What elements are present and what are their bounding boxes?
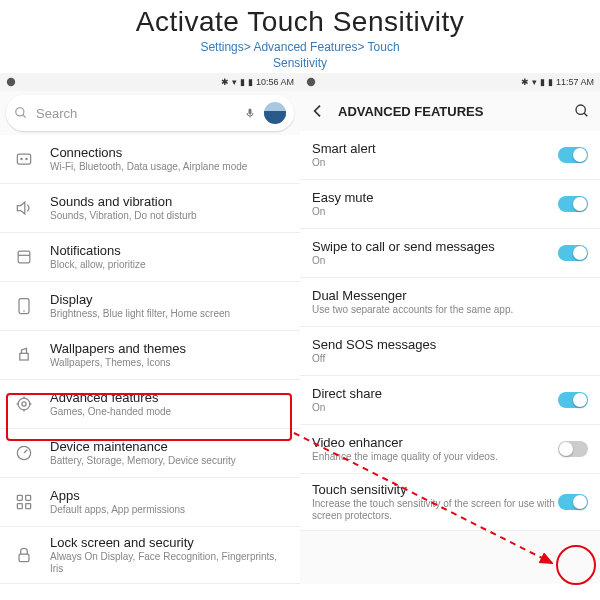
svg-point-12 xyxy=(18,398,30,410)
row-title: Video enhancer xyxy=(312,435,558,450)
row-subtitle: Enhance the image quality of your videos… xyxy=(312,451,558,463)
row-title: Apps xyxy=(50,488,288,503)
settings-row-advanced[interactable]: Advanced featuresGames, One-handed mode xyxy=(0,380,300,429)
row-title: Lock screen and security xyxy=(50,535,288,550)
row-subtitle: Block, allow, prioritize xyxy=(50,259,288,271)
settings-row-sound[interactable]: Sounds and vibrationSounds, Vibration, D… xyxy=(0,184,300,233)
svg-point-10 xyxy=(23,310,25,312)
toggle-switch[interactable] xyxy=(558,494,588,510)
svg-rect-19 xyxy=(19,554,29,562)
settings-row-apps[interactable]: AppsDefault apps, App permissions xyxy=(0,478,300,527)
row-subtitle: Wallpapers, Themes, Icons xyxy=(50,357,288,369)
phone-advanced: ✱ ▾ ▮ ▮ 11:57 AM ADVANCED FEATURES Smart… xyxy=(300,73,600,584)
row-title: Direct share xyxy=(312,386,558,401)
row-subtitle: Default apps, App permissions xyxy=(50,504,288,516)
row-title: Sounds and vibration xyxy=(50,194,288,209)
search-bar[interactable]: Search xyxy=(6,95,294,131)
svg-rect-11 xyxy=(20,354,28,361)
sound-icon xyxy=(12,198,36,218)
settings-row-lock[interactable]: Lock screen and securityAlways On Displa… xyxy=(0,527,300,584)
time-text: 11:57 AM xyxy=(556,77,594,87)
reddit-icon xyxy=(306,77,316,87)
search-icon xyxy=(14,106,28,120)
maintenance-icon xyxy=(12,443,36,463)
advanced-row[interactable]: Send SOS messagesOff xyxy=(300,327,600,376)
row-title: Display xyxy=(50,292,288,307)
bluetooth-icon: ✱ xyxy=(221,77,229,87)
advanced-row[interactable]: Swipe to call or send messagesOn xyxy=(300,229,600,278)
row-subtitle: Use two separate accounts for the same a… xyxy=(312,304,588,316)
svg-rect-4 xyxy=(17,154,30,164)
mic-icon[interactable] xyxy=(244,106,256,120)
row-subtitle: Increase the touch sensitivity of the sc… xyxy=(312,498,558,522)
svg-rect-17 xyxy=(17,504,22,509)
row-subtitle: Wi-Fi, Bluetooth, Data usage, Airplane m… xyxy=(50,161,288,173)
row-title: Swipe to call or send messages xyxy=(312,239,558,254)
toggle-switch[interactable] xyxy=(558,441,588,457)
settings-row-wallpaper[interactable]: Wallpapers and themesWallpapers, Themes,… xyxy=(0,331,300,380)
row-subtitle: Battery, Storage, Memory, Device securit… xyxy=(50,455,288,467)
advanced-row[interactable]: Touch sensitivityIncrease the touch sens… xyxy=(300,474,600,531)
advanced-header: ADVANCED FEATURES xyxy=(300,91,600,131)
statusbar-right: ✱ ▾ ▮ ▮ 11:57 AM xyxy=(300,73,600,91)
apps-icon xyxy=(12,492,36,512)
svg-point-1 xyxy=(16,108,24,116)
back-icon[interactable] xyxy=(310,103,326,119)
wallpaper-icon xyxy=(12,345,36,365)
row-subtitle: Games, One-handed mode xyxy=(50,406,288,418)
row-subtitle: Sounds, Vibration, Do not disturb xyxy=(50,210,288,222)
search-input[interactable]: Search xyxy=(36,106,236,121)
svg-point-13 xyxy=(22,402,26,406)
search-icon[interactable] xyxy=(574,103,590,119)
settings-row-notif[interactable]: NotificationsBlock, allow, prioritize xyxy=(0,233,300,282)
row-subtitle: On xyxy=(312,402,558,414)
row-subtitle: Off xyxy=(312,353,588,365)
settings-row-maintenance[interactable]: Device maintenanceBattery, Storage, Memo… xyxy=(0,429,300,478)
avatar[interactable] xyxy=(264,102,286,124)
svg-line-2 xyxy=(23,115,26,118)
page-title: Activate Touch Sensitivity xyxy=(0,6,600,38)
svg-rect-18 xyxy=(26,504,31,509)
advanced-title: ADVANCED FEATURES xyxy=(338,104,562,119)
svg-point-20 xyxy=(307,78,315,86)
page-header: Activate Touch Sensitivity Settings> Adv… xyxy=(0,0,600,73)
connections-icon xyxy=(12,149,36,169)
svg-rect-16 xyxy=(26,496,31,501)
toggle-switch[interactable] xyxy=(558,196,588,212)
row-subtitle: On xyxy=(312,255,558,267)
row-subtitle: Always On Display, Face Recognition, Fin… xyxy=(50,551,288,575)
wifi-icon: ▾ xyxy=(232,77,237,87)
display-icon xyxy=(12,296,36,316)
row-title: Wallpapers and themes xyxy=(50,341,288,356)
advanced-row[interactable]: Smart alertOn xyxy=(300,131,600,180)
lock-icon xyxy=(12,545,36,565)
signal-icon: ▮ xyxy=(540,77,545,87)
svg-rect-3 xyxy=(249,109,252,115)
toggle-switch[interactable] xyxy=(558,245,588,261)
toggle-switch[interactable] xyxy=(558,392,588,408)
svg-point-21 xyxy=(576,105,585,114)
svg-line-22 xyxy=(584,113,587,116)
svg-rect-7 xyxy=(18,251,30,263)
notif-icon xyxy=(12,247,36,267)
svg-point-6 xyxy=(25,158,28,161)
row-title: Send SOS messages xyxy=(312,337,588,352)
settings-row-display[interactable]: DisplayBrightness, Blue light filter, Ho… xyxy=(0,282,300,331)
battery-icon: ▮ xyxy=(548,77,553,87)
settings-list: ConnectionsWi-Fi, Bluetooth, Data usage,… xyxy=(0,135,300,584)
svg-rect-15 xyxy=(17,496,22,501)
advanced-row[interactable]: Video enhancerEnhance the image quality … xyxy=(300,425,600,474)
toggle-switch[interactable] xyxy=(558,147,588,163)
advanced-row[interactable]: Dual MessengerUse two separate accounts … xyxy=(300,278,600,327)
advanced-row[interactable]: Easy muteOn xyxy=(300,180,600,229)
svg-point-5 xyxy=(20,158,23,161)
advanced-row[interactable]: Direct shareOn xyxy=(300,376,600,425)
settings-row-connections[interactable]: ConnectionsWi-Fi, Bluetooth, Data usage,… xyxy=(0,135,300,184)
row-subtitle: Brightness, Blue light filter, Home scre… xyxy=(50,308,288,320)
phone-settings: ✱ ▾ ▮ ▮ 10:56 AM Search ConnectionsWi-Fi… xyxy=(0,73,300,584)
row-title: Connections xyxy=(50,145,288,160)
signal-icon: ▮ xyxy=(240,77,245,87)
reddit-icon xyxy=(6,77,16,87)
row-subtitle: On xyxy=(312,157,558,169)
advanced-icon xyxy=(12,394,36,414)
